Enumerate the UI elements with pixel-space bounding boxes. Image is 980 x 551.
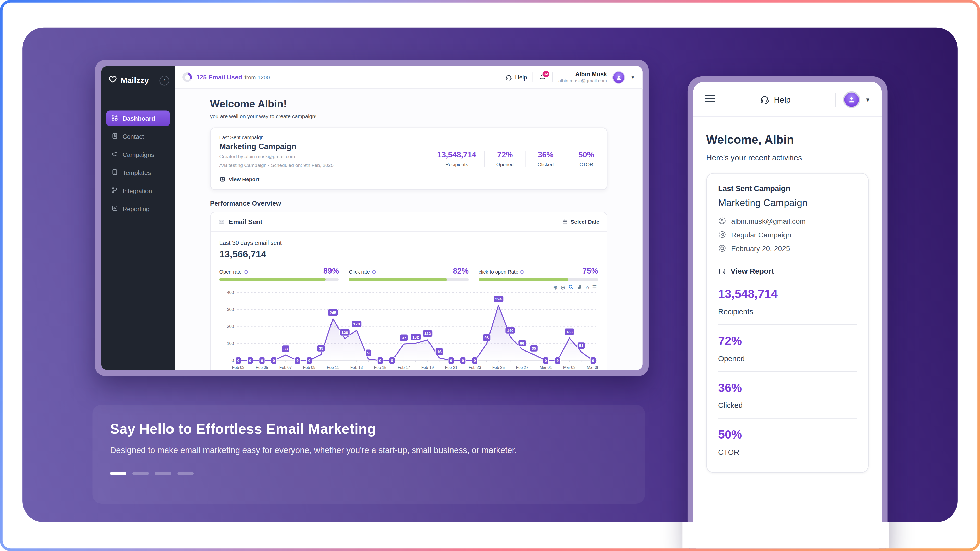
selection-zoom-icon[interactable] xyxy=(568,284,574,291)
zoom-out-icon[interactable]: ⊖ xyxy=(561,285,565,290)
pan-icon[interactable] xyxy=(577,284,583,291)
stat-value: 36% xyxy=(718,381,857,395)
email-usage-value: 125 Email Used xyxy=(196,74,242,81)
stat-label: Clicked xyxy=(718,401,857,410)
mobile-campaign-card: Last Sent Campaign Marketing Campaign al… xyxy=(706,173,869,473)
carousel-dot-1[interactable] xyxy=(110,472,126,475)
svg-text:128: 128 xyxy=(342,330,348,335)
email-sent-chart[interactable]: 01002003004000Feb 0300Feb 05033Feb 0700F… xyxy=(220,284,598,370)
mobile-welcome-title: Welcome, Albin xyxy=(706,133,869,147)
mobile-campaign-label: Last Sent Campaign xyxy=(718,184,857,193)
sidebar-item-label: Templates xyxy=(123,169,151,176)
stat-clicked: 36% Clicked xyxy=(534,150,557,167)
sidebar-item-reporting[interactable]: Reporting xyxy=(106,201,170,217)
sidebar-item-templates[interactable]: Templates xyxy=(106,165,170,181)
mobile-stats: 13,548,714 Recipients 72% Opened 36% Cli… xyxy=(718,279,857,464)
templates-icon xyxy=(111,168,118,177)
emails-sent-total: 13,566,714 xyxy=(220,249,598,259)
mobile-stat-recipients: 13,548,714 Recipients xyxy=(718,279,857,323)
stat-opened: 72% Opened xyxy=(493,150,517,167)
svg-text:98: 98 xyxy=(484,335,489,340)
select-date-button[interactable]: Select Date xyxy=(562,219,600,225)
rate-progress-track xyxy=(479,278,598,281)
mobile-help-button[interactable]: Help xyxy=(759,94,791,105)
rate-value: 82% xyxy=(453,267,469,275)
rate-open-rate: Open rate 89% xyxy=(220,267,339,281)
svg-text:35: 35 xyxy=(319,346,324,351)
view-report-button[interactable]: View Report xyxy=(220,176,334,183)
person-circle-icon xyxy=(718,217,726,225)
stat-ctor: 50% CTOR xyxy=(574,150,598,167)
svg-text:Feb 25: Feb 25 xyxy=(492,365,505,370)
email-usage-donut xyxy=(183,73,192,82)
stat-label: CTOR xyxy=(718,448,857,457)
campaign-type-row: Regular Campaign xyxy=(718,230,857,239)
sidebar-item-integration[interactable]: Integration xyxy=(106,183,170,199)
svg-text:35: 35 xyxy=(532,346,536,351)
rate-progress-track xyxy=(349,278,469,281)
info-icon xyxy=(372,270,376,274)
stat-label: Clicked xyxy=(534,162,557,167)
page-title: Welcome Albin! xyxy=(210,98,608,110)
svg-text:Feb 05: Feb 05 xyxy=(256,365,268,370)
sidebar-collapse-button[interactable]: ‹ xyxy=(159,75,169,85)
rate-click-rate: Click rate 82% xyxy=(349,267,469,281)
performance-card-header: Email Sent Select Date xyxy=(210,213,607,232)
report-icon xyxy=(718,267,726,275)
svg-text:Feb 07: Feb 07 xyxy=(280,365,292,370)
period-label: Last 30 days email sent xyxy=(220,239,598,246)
carousel-dot-2[interactable] xyxy=(132,472,149,475)
phone-bottom-cover xyxy=(682,522,889,548)
stat-label: Recipients xyxy=(718,307,857,316)
mobile-screen: Help ▼ Welcome, Albin Here's your recent… xyxy=(693,82,882,548)
notifications-button[interactable]: 12 xyxy=(539,73,546,81)
chart-menu-icon[interactable]: ☰ xyxy=(592,285,597,290)
rate-list: Open rate 89% Click rate 82% click to op… xyxy=(220,267,598,281)
sidebar-item-contact[interactable]: Contact xyxy=(106,129,170,144)
svg-text:Feb 19: Feb 19 xyxy=(422,365,434,370)
sidebar-item-campaigns[interactable]: Campaigns xyxy=(106,147,170,162)
info-icon xyxy=(520,270,525,274)
campaign-date-row: February 20, 2025 xyxy=(718,245,857,252)
user-avatar[interactable] xyxy=(612,71,625,83)
topbar: 125 Email Used from 1200 Help 12 xyxy=(175,66,643,89)
svg-text:178: 178 xyxy=(353,322,360,326)
rate-label: Open rate xyxy=(220,269,248,275)
svg-text:324: 324 xyxy=(495,297,502,301)
sidebar-nav: Dashboard Contact Campaigns Templates In… xyxy=(101,110,175,217)
stat-value: 13,548,714 xyxy=(437,150,476,159)
svg-text:Feb 15: Feb 15 xyxy=(374,365,387,370)
carousel-dot-3[interactable] xyxy=(155,472,171,475)
chevron-down-icon[interactable]: ▼ xyxy=(865,97,871,103)
chevron-down-icon[interactable]: ▼ xyxy=(631,75,635,79)
stat-value: 36% xyxy=(534,150,557,159)
headset-icon xyxy=(759,94,770,105)
svg-text:140: 140 xyxy=(507,328,514,333)
reset-home-icon[interactable]: ⌂ xyxy=(586,285,589,290)
svg-text:400: 400 xyxy=(227,290,234,295)
reporting-icon xyxy=(111,205,118,213)
phone-mockup: Help ▼ Welcome, Albin Here's your recent… xyxy=(687,76,888,548)
sidebar-item-dashboard[interactable]: Dashboard xyxy=(106,110,170,126)
series-toggle[interactable]: Email Sent xyxy=(218,218,262,225)
divider xyxy=(718,418,857,418)
campaigns-icon xyxy=(111,151,118,159)
campaign-card-label: Last Sent campaign xyxy=(220,135,334,141)
sidebar-item-label: Integration xyxy=(123,187,152,194)
notification-badge: 12 xyxy=(542,71,549,76)
mobile-campaign-name: Marketing Campaign xyxy=(718,197,857,209)
hamburger-menu-icon[interactable] xyxy=(704,94,715,105)
sidebar-item-label: Reporting xyxy=(123,206,150,213)
svg-text:Feb 17: Feb 17 xyxy=(398,365,410,370)
help-button[interactable]: Help xyxy=(505,73,527,81)
brand-name: Mailzzy xyxy=(121,76,149,85)
zoom-in-icon[interactable]: ⊕ xyxy=(553,285,557,290)
mobile-view-report-button[interactable]: View Report xyxy=(718,267,857,275)
svg-text:16: 16 xyxy=(437,349,442,354)
rate-progress-fill xyxy=(220,278,326,281)
mobile-user-avatar[interactable] xyxy=(843,91,860,108)
divider xyxy=(718,324,857,325)
chart-area: ⊕ ⊖ ⌂ ☰ 01002003004000Feb 0300Feb 05033F… xyxy=(220,284,598,370)
calendar-icon xyxy=(562,219,568,225)
carousel-dot-4[interactable] xyxy=(178,472,194,475)
